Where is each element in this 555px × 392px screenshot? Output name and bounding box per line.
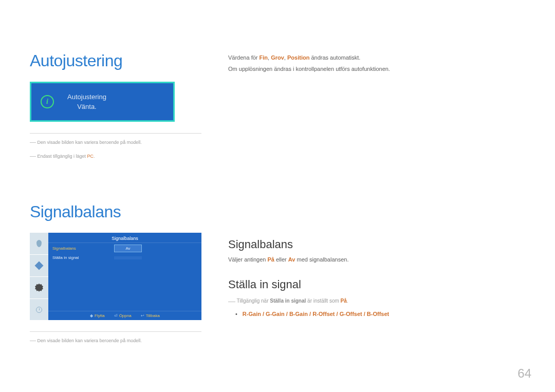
accent-position: Position xyxy=(287,54,309,61)
diamond-icon xyxy=(35,262,44,270)
osd-footer-back: ↩Tillbaka xyxy=(141,313,160,318)
accent-grov: Grov xyxy=(271,54,284,61)
accent-fin: Fin xyxy=(260,54,268,61)
osd-tab-setup[interactable] xyxy=(30,277,48,299)
osd-row-signalbalans[interactable]: Signalbalans Av xyxy=(48,243,201,254)
stalla-in-signal-note: ― Tillgänglig när Ställa in signal är in… xyxy=(228,295,525,307)
accent-off: Av xyxy=(288,256,295,263)
dialog-text: Autojustering Vänta. xyxy=(67,92,106,112)
footnote-1-text: Den visade bilden kan variera beroende p… xyxy=(38,140,142,145)
osd-row2-value xyxy=(114,256,142,259)
osd-tab-sound[interactable] xyxy=(30,255,48,277)
footnote-2-accent: PC xyxy=(87,154,94,159)
osd-main-panel: Signalbalans Signalbalans Av Ställa in s… xyxy=(48,233,201,320)
divider xyxy=(30,331,201,332)
osd-menu: Signalbalans Signalbalans Av Ställa in s… xyxy=(30,233,201,320)
footnote-2-dot: . xyxy=(94,154,95,159)
osd-tab-picture[interactable] xyxy=(30,233,48,255)
heading-signalbalans: Signalbalans xyxy=(30,202,201,221)
auto-values-line: Värdena för Fin, Grov, Position ändras a… xyxy=(228,53,525,63)
autojustering-dialog: i Autojustering Vänta. xyxy=(30,82,175,122)
info-icon: i xyxy=(41,95,54,108)
footnote-1: ― Den visade bilden kan variera beroende… xyxy=(30,138,201,147)
osd-row1-value: Av xyxy=(114,245,142,252)
osd-tab-time[interactable] xyxy=(30,299,48,321)
subheading-signalbalans: Signalbalans xyxy=(228,238,525,251)
subheading-stalla-in-signal: Ställa in signal xyxy=(228,278,525,291)
note-accent: På xyxy=(341,298,347,304)
osd-row2-label: Ställa in signal xyxy=(52,255,109,260)
return-icon: ↩ xyxy=(141,313,144,318)
enter-icon: ⏎ xyxy=(114,313,118,318)
osd-footer-move: ◆Flytta xyxy=(90,313,105,318)
footnote-2: ― Endast tillgänglig i läget PC. xyxy=(30,152,201,161)
drop-icon xyxy=(36,240,42,247)
signalbalans-desc: Väljer antingen På eller Av med signalba… xyxy=(228,255,525,265)
dash-icon: ― xyxy=(30,139,36,146)
gain-offset-bullet: R-Gain / G-Gain / B-Gain / R-Offset / G-… xyxy=(235,311,525,317)
clock-icon xyxy=(36,307,42,313)
dialog-line2: Vänta. xyxy=(77,103,97,110)
osd-side-tabs xyxy=(30,233,48,320)
footnote-2-prefix: Endast tillgänglig i läget xyxy=(38,154,87,159)
right-column: Värdena för Fin, Grov, Position ändras a… xyxy=(228,51,525,346)
osd-footer-open: ⏎Öppna xyxy=(114,313,132,318)
heading-autojustering: Autojustering xyxy=(30,51,201,70)
divider xyxy=(30,133,201,134)
osd-row-stalla-in-signal[interactable]: Ställa in signal xyxy=(48,254,201,262)
osd-row1-label: Signalbalans xyxy=(52,246,109,251)
left-column: Autojustering i Autojustering Vänta. ― D… xyxy=(30,51,201,346)
dash-icon: ― xyxy=(30,153,36,160)
page-container: Autojustering i Autojustering Vänta. ― D… xyxy=(0,0,555,346)
gear-icon xyxy=(35,284,43,292)
note-bold: Ställa in signal xyxy=(270,298,306,304)
page-number: 64 xyxy=(517,366,531,381)
footnote-3-text: Den visade bilden kan variera beroende p… xyxy=(38,338,142,343)
accent-on: På xyxy=(267,256,274,263)
osd-title: Signalbalans xyxy=(48,233,201,243)
dialog-line1: Autojustering xyxy=(67,93,106,101)
osd-footer: ◆Flytta ⏎Öppna ↩Tillbaka xyxy=(48,311,201,320)
dash-icon: ― xyxy=(228,297,235,305)
move-icon: ◆ xyxy=(90,313,93,318)
auto-resolution-line: Om upplösningen ändras i kontrollpanelen… xyxy=(228,65,525,74)
footnote-3: ― Den visade bilden kan variera beroende… xyxy=(30,336,201,346)
dash-icon: ― xyxy=(30,337,36,344)
